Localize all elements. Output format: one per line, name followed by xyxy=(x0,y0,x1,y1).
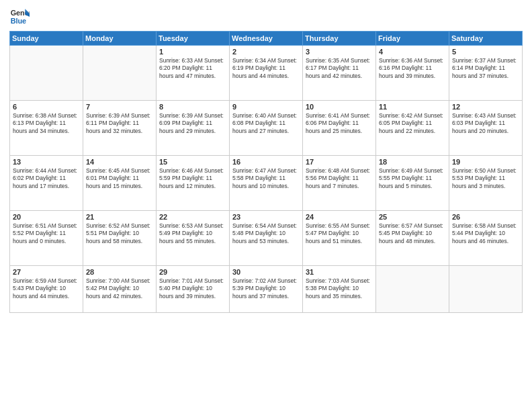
calendar-cell xyxy=(449,266,523,313)
calendar-cell: 9Sunrise: 6:40 AM Sunset: 6:08 PM Daylig… xyxy=(230,101,303,156)
calendar-cell: 23Sunrise: 6:54 AM Sunset: 5:48 PM Dayli… xyxy=(230,211,303,266)
day-number: 31 xyxy=(306,268,373,276)
day-info: Sunrise: 6:52 AM Sunset: 5:51 PM Dayligh… xyxy=(86,222,153,245)
calendar-week-3: 13Sunrise: 6:44 AM Sunset: 6:02 PM Dayli… xyxy=(10,156,523,211)
day-info: Sunrise: 6:39 AM Sunset: 6:09 PM Dayligh… xyxy=(159,112,226,135)
weekday-header-friday: Friday xyxy=(376,32,449,46)
day-number: 21 xyxy=(86,213,153,221)
calendar-cell: 26Sunrise: 6:58 AM Sunset: 5:44 PM Dayli… xyxy=(449,211,523,266)
day-number: 14 xyxy=(86,158,153,166)
day-number: 6 xyxy=(13,103,80,111)
day-info: Sunrise: 6:47 AM Sunset: 5:58 PM Dayligh… xyxy=(232,167,300,190)
day-info: Sunrise: 6:50 AM Sunset: 5:53 PM Dayligh… xyxy=(452,167,519,190)
logo: General Blue xyxy=(9,7,30,27)
day-number: 22 xyxy=(159,213,226,221)
calendar-cell xyxy=(10,46,83,101)
day-info: Sunrise: 6:33 AM Sunset: 6:20 PM Dayligh… xyxy=(159,57,226,80)
day-number: 10 xyxy=(306,103,373,111)
weekday-header-sunday: Sunday xyxy=(10,32,83,46)
calendar-cell: 13Sunrise: 6:44 AM Sunset: 6:02 PM Dayli… xyxy=(10,156,83,211)
day-number: 23 xyxy=(232,213,300,221)
day-number: 7 xyxy=(86,103,153,111)
day-number: 15 xyxy=(159,158,226,166)
day-info: Sunrise: 6:58 AM Sunset: 5:44 PM Dayligh… xyxy=(452,222,519,245)
calendar-cell: 14Sunrise: 6:45 AM Sunset: 6:01 PM Dayli… xyxy=(83,156,157,211)
calendar-cell: 15Sunrise: 6:46 AM Sunset: 5:59 PM Dayli… xyxy=(157,156,230,211)
weekday-header-saturday: Saturday xyxy=(449,32,523,46)
calendar-cell: 8Sunrise: 6:39 AM Sunset: 6:09 PM Daylig… xyxy=(157,101,230,156)
calendar-cell: 1Sunrise: 6:33 AM Sunset: 6:20 PM Daylig… xyxy=(157,46,230,101)
day-number: 1 xyxy=(159,48,226,56)
calendar-week-1: 1Sunrise: 6:33 AM Sunset: 6:20 PM Daylig… xyxy=(10,46,523,101)
day-number: 26 xyxy=(452,213,519,221)
calendar-cell: 3Sunrise: 6:35 AM Sunset: 6:17 PM Daylig… xyxy=(303,46,376,101)
calendar-cell: 28Sunrise: 7:00 AM Sunset: 5:42 PM Dayli… xyxy=(83,266,157,313)
day-info: Sunrise: 6:37 AM Sunset: 6:14 PM Dayligh… xyxy=(452,57,519,80)
day-info: Sunrise: 6:59 AM Sunset: 5:43 PM Dayligh… xyxy=(13,277,80,300)
logo-icon: General Blue xyxy=(9,7,30,27)
calendar-cell: 5Sunrise: 6:37 AM Sunset: 6:14 PM Daylig… xyxy=(449,46,523,101)
day-info: Sunrise: 6:53 AM Sunset: 5:49 PM Dayligh… xyxy=(159,222,226,245)
day-info: Sunrise: 7:00 AM Sunset: 5:42 PM Dayligh… xyxy=(86,277,153,300)
calendar-week-4: 20Sunrise: 6:51 AM Sunset: 5:52 PM Dayli… xyxy=(10,211,523,266)
day-number: 11 xyxy=(379,103,446,111)
day-number: 9 xyxy=(232,103,300,111)
calendar-cell: 24Sunrise: 6:55 AM Sunset: 5:47 PM Dayli… xyxy=(303,211,376,266)
calendar-cell: 2Sunrise: 6:34 AM Sunset: 6:19 PM Daylig… xyxy=(230,46,303,101)
day-info: Sunrise: 6:43 AM Sunset: 6:03 PM Dayligh… xyxy=(452,112,519,135)
calendar-cell: 29Sunrise: 7:01 AM Sunset: 5:40 PM Dayli… xyxy=(157,266,230,313)
day-number: 17 xyxy=(306,158,373,166)
day-info: Sunrise: 6:41 AM Sunset: 6:06 PM Dayligh… xyxy=(306,112,373,135)
day-number: 12 xyxy=(452,103,519,111)
calendar-cell: 30Sunrise: 7:02 AM Sunset: 5:39 PM Dayli… xyxy=(230,266,303,313)
day-info: Sunrise: 6:39 AM Sunset: 6:11 PM Dayligh… xyxy=(86,112,153,135)
day-number: 5 xyxy=(452,48,519,56)
calendar-cell: 12Sunrise: 6:43 AM Sunset: 6:03 PM Dayli… xyxy=(449,101,523,156)
calendar-cell xyxy=(83,46,157,101)
day-info: Sunrise: 6:55 AM Sunset: 5:47 PM Dayligh… xyxy=(306,222,373,245)
calendar-cell: 16Sunrise: 6:47 AM Sunset: 5:58 PM Dayli… xyxy=(230,156,303,211)
day-number: 28 xyxy=(86,268,153,276)
day-info: Sunrise: 6:42 AM Sunset: 6:05 PM Dayligh… xyxy=(379,112,446,135)
calendar-cell: 27Sunrise: 6:59 AM Sunset: 5:43 PM Dayli… xyxy=(10,266,83,313)
calendar-cell xyxy=(376,266,449,313)
calendar-cell: 19Sunrise: 6:50 AM Sunset: 5:53 PM Dayli… xyxy=(449,156,523,211)
day-info: Sunrise: 6:54 AM Sunset: 5:48 PM Dayligh… xyxy=(232,222,300,245)
day-number: 13 xyxy=(13,158,80,166)
day-info: Sunrise: 7:01 AM Sunset: 5:40 PM Dayligh… xyxy=(159,277,226,300)
day-number: 29 xyxy=(159,268,226,276)
day-info: Sunrise: 6:34 AM Sunset: 6:19 PM Dayligh… xyxy=(232,57,300,80)
calendar-cell: 31Sunrise: 7:03 AM Sunset: 5:38 PM Dayli… xyxy=(303,266,376,313)
day-number: 4 xyxy=(379,48,446,56)
calendar-cell: 25Sunrise: 6:57 AM Sunset: 5:45 PM Dayli… xyxy=(376,211,449,266)
day-info: Sunrise: 6:51 AM Sunset: 5:52 PM Dayligh… xyxy=(13,222,80,245)
day-number: 25 xyxy=(379,213,446,221)
calendar-week-2: 6Sunrise: 6:38 AM Sunset: 6:13 PM Daylig… xyxy=(10,101,523,156)
day-number: 8 xyxy=(159,103,226,111)
day-number: 19 xyxy=(452,158,519,166)
day-info: Sunrise: 6:46 AM Sunset: 5:59 PM Dayligh… xyxy=(159,167,226,190)
weekday-header-thursday: Thursday xyxy=(303,32,376,46)
weekday-header-monday: Monday xyxy=(83,32,157,46)
header: General Blue xyxy=(9,7,523,27)
day-info: Sunrise: 6:35 AM Sunset: 6:17 PM Dayligh… xyxy=(306,57,373,80)
calendar-table: SundayMondayTuesdayWednesdayThursdayFrid… xyxy=(9,31,523,313)
day-info: Sunrise: 7:02 AM Sunset: 5:39 PM Dayligh… xyxy=(232,277,300,300)
calendar-cell: 17Sunrise: 6:48 AM Sunset: 5:56 PM Dayli… xyxy=(303,156,376,211)
calendar-cell: 11Sunrise: 6:42 AM Sunset: 6:05 PM Dayli… xyxy=(376,101,449,156)
calendar-header-row: SundayMondayTuesdayWednesdayThursdayFrid… xyxy=(10,32,523,46)
day-number: 27 xyxy=(13,268,80,276)
day-number: 30 xyxy=(232,268,300,276)
day-info: Sunrise: 6:38 AM Sunset: 6:13 PM Dayligh… xyxy=(13,112,80,135)
day-info: Sunrise: 6:49 AM Sunset: 5:55 PM Dayligh… xyxy=(379,167,446,190)
calendar-cell: 4Sunrise: 6:36 AM Sunset: 6:16 PM Daylig… xyxy=(376,46,449,101)
svg-text:Blue: Blue xyxy=(11,17,26,25)
day-number: 2 xyxy=(232,48,300,56)
calendar-cell: 18Sunrise: 6:49 AM Sunset: 5:55 PM Dayli… xyxy=(376,156,449,211)
weekday-header-tuesday: Tuesday xyxy=(157,32,230,46)
day-info: Sunrise: 6:57 AM Sunset: 5:45 PM Dayligh… xyxy=(379,222,446,245)
day-info: Sunrise: 6:45 AM Sunset: 6:01 PM Dayligh… xyxy=(86,167,153,190)
weekday-header-wednesday: Wednesday xyxy=(230,32,303,46)
calendar-cell: 7Sunrise: 6:39 AM Sunset: 6:11 PM Daylig… xyxy=(83,101,157,156)
calendar-cell: 22Sunrise: 6:53 AM Sunset: 5:49 PM Dayli… xyxy=(157,211,230,266)
